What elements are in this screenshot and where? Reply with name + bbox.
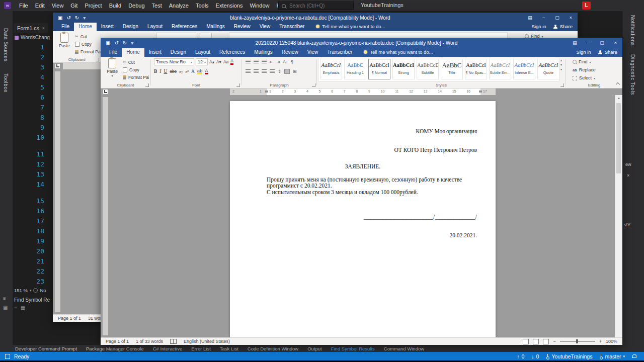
cut-button[interactable]: ✂ Cut: [75, 34, 101, 39]
close-icon[interactable]: ×: [564, 13, 578, 23]
bold-button[interactable]: B: [154, 69, 157, 74]
doc-body-line-2[interactable]: программист с 20.02.2021.: [267, 183, 332, 189]
title-bar[interactable]: ▣ ↺ ↻ ▾ 20210220 125048 blank-zayavleniy…: [101, 38, 622, 48]
zoom-slider[interactable]: [560, 341, 595, 342]
tab-mailings[interactable]: Mailings: [202, 23, 229, 31]
language-indicator[interactable]: English (United States): [184, 339, 230, 344]
tool-window-tab[interactable]: Error List: [191, 346, 211, 351]
close-icon[interactable]: ×: [609, 38, 622, 48]
git-ahead[interactable]: ↑ 0: [517, 353, 524, 359]
tab-review[interactable]: Review: [229, 23, 255, 31]
show-marks-button[interactable]: ¶: [291, 59, 293, 64]
editor-tab-form1[interactable]: Form1.cs ×: [14, 23, 48, 33]
decrease-indent-button[interactable]: ⇤: [270, 59, 273, 64]
minimize-icon[interactable]: –: [582, 38, 595, 48]
select-button[interactable]: Select ▾: [573, 75, 595, 80]
save-icon[interactable]: ▣: [106, 40, 110, 46]
align-center-button[interactable]: [254, 69, 259, 73]
dialog-launcher-icon[interactable]: [96, 58, 99, 61]
scroll-up-icon[interactable]: ▴: [615, 96, 622, 100]
menu-window[interactable]: Window: [246, 3, 273, 9]
change-case-button[interactable]: Aa: [223, 59, 228, 64]
list-icon[interactable]: ≡: [14, 305, 17, 311]
maximize-icon[interactable]: ▢: [550, 13, 564, 23]
justify-button[interactable]: [270, 69, 275, 73]
tool-window-tab[interactable]: Find Symbol Results: [331, 346, 375, 351]
tab-home[interactable]: Home: [74, 23, 97, 31]
dialog-launcher-icon[interactable]: [145, 83, 149, 87]
word-window-foreground[interactable]: ▣ ↺ ↻ ▾ 20210220 125048 blank-zayavleniy…: [101, 38, 622, 345]
doc-date-line[interactable]: 20.02.2021.: [449, 232, 477, 238]
tool-window-tab[interactable]: Output: [307, 346, 322, 351]
font-color-button[interactable]: A: [205, 68, 208, 74]
borders-button[interactable]: ⊞: [293, 69, 296, 74]
editor-zoom-control[interactable]: 151 % ▾ No: [14, 288, 46, 293]
menu-project[interactable]: Project: [81, 3, 105, 9]
ruler[interactable]: 21 12345678910111213141516 17: [101, 88, 622, 95]
tab-design[interactable]: Design: [118, 23, 143, 31]
tab-layout[interactable]: Layout: [143, 23, 167, 31]
sidebar-item-data-sources[interactable]: Data Sources: [3, 28, 9, 62]
tool-window-tab[interactable]: Task List: [220, 346, 238, 351]
shading-button[interactable]: [284, 69, 290, 74]
grid-icon[interactable]: ▦: [21, 305, 25, 311]
git-behind[interactable]: ↓ 0: [531, 353, 539, 359]
zoom-slider-thumb[interactable]: [576, 339, 578, 343]
web-layout-icon[interactable]: [543, 339, 549, 344]
page-indicator[interactable]: Page 1 of 1: [106, 339, 129, 344]
title-bar[interactable]: ▣ ↺ ↻ ▾ blank-zayavleniya-o-priyome-na-r…: [53, 13, 578, 23]
tab-layout[interactable]: Layout: [191, 48, 215, 57]
menu-analyze[interactable]: Analyze: [166, 3, 192, 9]
tab-home[interactable]: Home: [122, 48, 144, 57]
menu-view[interactable]: View: [48, 3, 67, 9]
vertical-ruler[interactable]: [55, 71, 60, 312]
doc-addressee-line[interactable]: КОМУ Моя организация: [416, 128, 477, 134]
doc-signature-line[interactable]: ________________________/______________/: [364, 214, 477, 220]
bullets-button[interactable]: [246, 60, 251, 64]
undo-icon[interactable]: ↺: [66, 15, 70, 21]
paste-button[interactable]: Paste ▾: [105, 58, 120, 77]
tab-view[interactable]: View: [255, 23, 275, 31]
replace-button[interactable]: ab Replace: [573, 67, 596, 72]
tab-notifications[interactable]: Notifications: [630, 15, 635, 46]
dialog-launcher-icon[interactable]: [560, 83, 564, 87]
tab-view[interactable]: View: [303, 48, 323, 57]
tell-me-box[interactable]: Tell me what you want to do...: [364, 49, 433, 57]
indent-marker[interactable]: [479, 90, 482, 93]
zoom-level[interactable]: 100%: [606, 339, 617, 344]
menu-debug[interactable]: Debug: [125, 3, 148, 9]
bell-icon[interactable]: [632, 354, 636, 358]
editor-breadcrumb[interactable]: WordsChang: [15, 35, 50, 40]
doc-body-line-1[interactable]: Прошу принять меня на (постоянную времен…: [267, 176, 462, 183]
tool-window-tab[interactable]: Code Definition Window: [248, 346, 298, 351]
tab-review[interactable]: Review: [277, 48, 303, 57]
tab-transcriber[interactable]: Transcriber: [323, 48, 357, 57]
tab-design[interactable]: Design: [166, 48, 191, 57]
document-area[interactable]: КОМУ Моя организация ОТ КОГО Петр Петров…: [101, 95, 622, 337]
document-page[interactable]: КОМУ Моя организация ОТ КОГО Петр Петров…: [230, 101, 496, 337]
panel-icon[interactable]: ≡: [3, 296, 6, 301]
copy-button[interactable]: Copy: [123, 67, 149, 72]
proofing-icon[interactable]: [170, 339, 177, 344]
numbering-button[interactable]: [254, 60, 259, 64]
font-name-combo[interactable]: Times New Ro ▾: [154, 58, 194, 65]
align-right-button[interactable]: [262, 69, 267, 73]
minimize-icon[interactable]: –: [537, 13, 550, 23]
tab-references[interactable]: References: [215, 48, 250, 57]
word-count[interactable]: 1 of 33 words: [136, 339, 163, 344]
strikethrough-button[interactable]: abc: [170, 69, 177, 74]
ribbon-options-icon[interactable]: ▤: [523, 13, 537, 23]
qat-caret-icon[interactable]: ▾: [83, 15, 86, 21]
indent-marker[interactable]: [265, 90, 268, 93]
format-painter-button[interactable]: Format Painter: [75, 49, 101, 54]
menu-tools[interactable]: Tools: [192, 3, 212, 9]
subscript-button[interactable]: x₂: [179, 69, 183, 74]
vs-account-name[interactable]: YoutubeTrainings: [361, 2, 404, 8]
italic-button[interactable]: I: [159, 69, 161, 74]
sign-in-link[interactable]: Sign in: [532, 24, 546, 29]
multilevel-list-button[interactable]: [262, 60, 267, 64]
git-branch[interactable]: master ▾: [599, 353, 625, 359]
text-effects-button[interactable]: A: [191, 69, 195, 74]
page-indicator[interactable]: Page 1 of 1: [58, 316, 81, 321]
git-repo[interactable]: YoutubeTrainings: [546, 353, 592, 359]
